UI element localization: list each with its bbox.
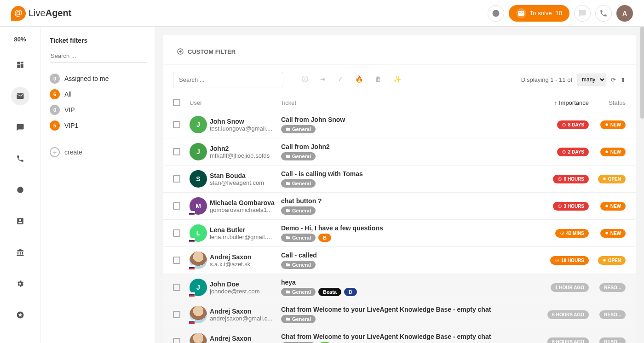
nav-settings[interactable]	[11, 274, 29, 293]
row-status: NEW	[589, 229, 626, 238]
row-ticket: Chat from Welcome to your LiveAgent Know…	[281, 306, 538, 323]
ticket-row[interactable]: L Lena Butlerlena.m.butler@gmail.c... De…	[163, 220, 636, 247]
row-checkbox[interactable]	[173, 311, 190, 318]
row-avatar: J	[190, 116, 210, 133]
nav-chat[interactable]	[11, 118, 29, 137]
chat-icon	[16, 123, 24, 131]
row-checkbox[interactable]	[173, 284, 190, 291]
row-status: RESO...	[589, 310, 626, 319]
filter-item[interactable]: 0VIP	[50, 102, 147, 118]
col-ticket[interactable]: Ticket	[281, 99, 538, 106]
row-checkbox[interactable]	[173, 148, 190, 155]
row-avatar: J	[190, 279, 210, 296]
row-avatar: S	[190, 170, 210, 188]
row-ticket: heya General Beata D	[281, 279, 538, 296]
plus-icon: +	[50, 147, 60, 157]
svg-point-10	[605, 205, 608, 207]
nav-contacts[interactable]	[11, 212, 29, 230]
scrollbar[interactable]	[640, 27, 644, 119]
ticket-row[interactable]: S Stan Boudastan@liveagent.com Call - is…	[163, 166, 636, 193]
call-header-button[interactable]	[595, 5, 612, 22]
ticket-row[interactable]: M Michaela Gombarovagombarovamichaela1..…	[163, 193, 636, 220]
page-size-select[interactable]: many	[577, 74, 606, 86]
nav-dashboard[interactable]	[11, 56, 29, 74]
nav-kb[interactable]	[11, 243, 29, 262]
tag: General	[281, 152, 316, 160]
ticket-row[interactable]: J John Doejohndoe@test.com heya General …	[163, 274, 636, 301]
row-status: OPEN	[589, 175, 626, 183]
col-user[interactable]: User	[190, 99, 281, 106]
custom-filter-label: CUSTOM FILTER	[188, 48, 236, 55]
row-checkbox[interactable]	[173, 229, 190, 237]
row-checkbox[interactable]	[173, 121, 190, 128]
info-button[interactable]: ⓘ	[302, 75, 308, 84]
filter-count: 0	[50, 105, 60, 115]
col-importance[interactable]: ↑ Importance	[538, 99, 589, 106]
filters-title: Ticket filters	[50, 37, 147, 44]
custom-filter-bar[interactable]: CUSTOM FILTER	[163, 35, 636, 64]
chat-icon	[578, 9, 586, 17]
app-header: LiveAgent To solve 10 A	[0, 0, 644, 27]
svg-point-12	[605, 232, 608, 234]
add-button[interactable]	[488, 5, 504, 22]
row-user: Michaela Gombarovagombarovamichaela1...	[210, 199, 281, 213]
nav-tickets[interactable]	[11, 87, 29, 105]
filter-label: All	[64, 91, 72, 98]
row-checkbox[interactable]	[173, 338, 190, 343]
row-importance: 42 MINS	[538, 229, 589, 238]
ticket-row[interactable]: Andrej Saxons.a.x.i@azet.sk Call - calle…	[163, 247, 636, 274]
nav-star[interactable]	[11, 306, 29, 324]
tag: Beata	[318, 288, 341, 296]
flag-icon	[189, 320, 195, 324]
row-checkbox[interactable]	[173, 202, 190, 210]
flag-icon	[189, 265, 195, 270]
row-status: OPEN	[589, 256, 626, 265]
row-importance: 1 HOUR AGO	[538, 283, 589, 292]
ticket-row[interactable]: J John Snowtest.luongova@gmail.... Call …	[163, 111, 636, 138]
filter-item[interactable]: 6All	[50, 86, 147, 102]
tag: D	[344, 288, 357, 296]
resolve-button[interactable]: ✓	[338, 75, 343, 84]
row-importance: 3 HOURS	[538, 202, 589, 211]
row-status: RESO...	[589, 337, 626, 343]
svg-point-8	[603, 177, 605, 180]
svg-point-14	[603, 259, 605, 261]
logo[interactable]: LiveAgent	[11, 6, 71, 21]
user-avatar[interactable]: A	[616, 5, 633, 22]
delete-button[interactable]: 🗑	[375, 75, 381, 84]
col-status[interactable]: Status	[589, 99, 626, 106]
nav-percent[interactable]: 80%	[14, 36, 26, 43]
filter-item[interactable]: 0Assigned to me	[50, 71, 147, 86]
row-checkbox[interactable]	[173, 257, 190, 264]
tickets-list: J John Snowtest.luongova@gmail.... Call …	[163, 111, 636, 343]
svg-point-6	[605, 150, 608, 153]
tag: B	[318, 234, 331, 242]
upload-button[interactable]: ⬆	[621, 76, 626, 83]
to-solve-button[interactable]: To solve 10	[509, 5, 569, 22]
create-filter[interactable]: + create	[50, 147, 147, 157]
transfer-button[interactable]: ⇥	[320, 75, 326, 84]
select-all[interactable]	[173, 99, 190, 106]
filter-label: VIP	[64, 106, 75, 114]
row-checkbox[interactable]	[173, 175, 190, 183]
filter-item[interactable]: 5VIP1	[50, 118, 147, 133]
row-avatar	[190, 252, 210, 269]
merge-button[interactable]: ✨	[393, 75, 401, 84]
nav-reports[interactable]	[11, 181, 29, 199]
tag: General	[281, 261, 316, 269]
tickets-search[interactable]	[173, 72, 283, 87]
row-importance: 2 DAYS	[538, 148, 589, 156]
ticket-row[interactable]: Andrej Saxonandrejsaxon@gmail.c... Chat …	[163, 328, 636, 343]
urgent-button[interactable]: 🔥	[355, 75, 363, 84]
ticket-row[interactable]: Andrej Saxonandrejsaxon@gmail.c... Chat …	[163, 301, 636, 328]
refresh-button[interactable]: ⟳	[611, 76, 616, 83]
filters-search[interactable]	[50, 50, 147, 63]
nav-calls[interactable]	[11, 149, 29, 168]
tag: General	[281, 288, 316, 296]
row-user: Andrej Saxonandrejsaxon@gmail.c...	[210, 308, 281, 322]
ticket-row[interactable]: J John2mfkaflf@jfioejioe.sofds Call from…	[163, 138, 636, 166]
row-ticket: Call from John2 General	[281, 143, 538, 160]
row-ticket: Call from John Snow General	[281, 116, 538, 133]
row-ticket: chat button ? General	[281, 197, 538, 215]
chat-header-button[interactable]	[574, 5, 591, 22]
